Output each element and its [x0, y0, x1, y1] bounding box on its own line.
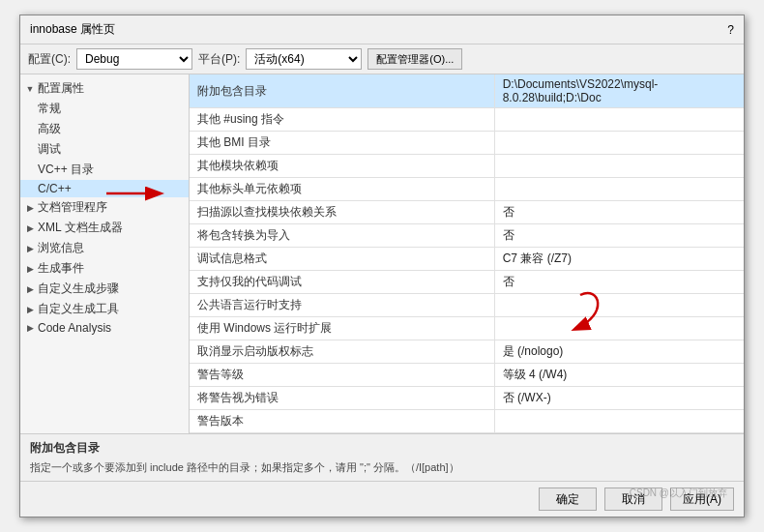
expand-arrow: ▶ — [24, 263, 36, 275]
dialog-title: innobase 属性页 — [30, 21, 115, 38]
tree-item-vcpp[interactable]: VC++ 目录 — [20, 160, 189, 180]
table-row[interactable]: 警告等级 等级 4 (/W4) — [190, 364, 744, 387]
table-row[interactable]: 其他 #using 指令 — [190, 108, 744, 132]
tree-config-props[interactable]: ▼ 配置属性 — [20, 78, 189, 99]
tree-section-label: 配置属性 — [38, 80, 84, 97]
prop-value — [494, 317, 744, 340]
prop-name: 取消显示启动版权标志 — [190, 340, 494, 364]
description-text: 指定一个或多个要添加到 include 路径中的目录；如果指定多个，请用 ";"… — [30, 459, 734, 476]
table-row[interactable]: 公共语言运行时支持 — [190, 294, 744, 317]
ok-button[interactable]: 确定 — [539, 488, 597, 511]
properties-panel: 附加包含目录 D:\Documents\VS2022\mysql-8.0.28\… — [190, 74, 744, 433]
prop-value — [494, 108, 744, 132]
description-panel: 附加包含目录 指定一个或多个要添加到 include 路径中的目录；如果指定多个… — [20, 433, 744, 482]
tree-item-label: 自定义生成工具 — [38, 301, 119, 317]
tree-item-label: C/C++ — [38, 182, 72, 195]
tree-item-label: 生成事件 — [38, 260, 84, 277]
table-row[interactable]: 其他 BMI 目录 — [190, 132, 744, 155]
tree-item-label: Code Analysis — [38, 321, 111, 335]
apply-button[interactable]: 应用(A) — [670, 488, 734, 511]
table-row[interactable]: 警告版本 — [190, 410, 744, 433]
prop-value: D:\Documents\VS2022\mysql-8.0.28\build;D… — [494, 74, 744, 108]
tree-item-label: VC++ 目录 — [38, 162, 94, 178]
help-button[interactable]: ? — [727, 23, 734, 37]
tree-item-cpp[interactable]: C/C++ — [20, 180, 189, 197]
tree-item-label: 自定义生成步骤 — [38, 281, 119, 297]
tree-item-label: 高级 — [38, 121, 61, 137]
prop-name: 公共语言运行时支持 — [190, 294, 494, 317]
prop-name: 使用 Windows 运行时扩展 — [190, 317, 494, 340]
tree-item-browser[interactable]: ▶ 浏览信息 — [20, 238, 189, 258]
prop-name: 附加包含目录 — [190, 74, 494, 108]
tree-item-advanced[interactable]: 高级 — [20, 119, 189, 139]
prop-value: 等级 4 (/W4) — [494, 364, 744, 387]
table-row[interactable]: 调试信息格式 C7 兼容 (/Z7) — [190, 248, 744, 271]
prop-value — [494, 294, 744, 317]
expand-arrow: ▶ — [24, 222, 36, 234]
prop-value — [494, 155, 744, 178]
tree-item-label: 调试 — [38, 141, 61, 158]
prop-value — [494, 132, 744, 155]
left-tree: ▼ 配置属性 常规 高级 调试 VC++ 目录 C/C++ — [20, 74, 190, 433]
prop-value: 否 — [494, 271, 744, 294]
table-row[interactable]: 取消显示启动版权标志 是 (/nologo) — [190, 340, 744, 364]
platform-label: 平台(P): — [198, 51, 240, 68]
prop-name: 将包含转换为导入 — [190, 224, 494, 248]
expand-arrow: ▶ — [24, 283, 36, 295]
prop-value: C7 兼容 (/Z7) — [494, 248, 744, 271]
description-title: 附加包含目录 — [30, 440, 734, 457]
table-row[interactable]: 其他标头单元依赖项 — [190, 178, 744, 201]
tree-item-label: 常规 — [38, 101, 61, 117]
tree-item-custom-build[interactable]: ▶ 自定义生成步骤 — [20, 279, 189, 299]
table-row[interactable]: 其他模块依赖项 — [190, 155, 744, 178]
properties-table: 附加包含目录 D:\Documents\VS2022\mysql-8.0.28\… — [190, 74, 744, 433]
prop-value: 否 — [494, 224, 744, 248]
prop-value: 是 (/nologo) — [494, 340, 744, 364]
prop-value — [494, 410, 744, 433]
table-row[interactable]: 附加包含目录 D:\Documents\VS2022\mysql-8.0.28\… — [190, 74, 744, 108]
prop-value: 否 — [494, 201, 744, 224]
table-row[interactable]: 扫描源以查找模块依赖关系 否 — [190, 201, 744, 224]
prop-value — [494, 178, 744, 201]
tree-item-doc-mgr[interactable]: ▶ 文档管理程序 — [20, 197, 189, 218]
table-row[interactable]: 将警告视为错误 否 (/WX-) — [190, 387, 744, 410]
tree-item-label: 浏览信息 — [38, 240, 84, 256]
prop-value: 否 (/WX-) — [494, 387, 744, 410]
table-row[interactable]: 将包含转换为导入 否 — [190, 224, 744, 248]
manager-button[interactable]: 配置管理器(O)... — [367, 48, 462, 70]
prop-name: 警告等级 — [190, 364, 494, 387]
platform-select[interactable]: 活动(x64) — [246, 48, 362, 70]
prop-name: 其他模块依赖项 — [190, 155, 494, 178]
tree-item-debug[interactable]: 调试 — [20, 139, 189, 160]
footer-buttons: 确定 取消 应用(A) — [20, 481, 744, 517]
expand-arrow: ▶ — [24, 322, 36, 334]
tree-item-label: XML 文档生成器 — [38, 220, 123, 236]
expand-arrow: ▶ — [24, 304, 36, 315]
prop-name: 警告版本 — [190, 410, 494, 433]
tree-item-build-events[interactable]: ▶ 生成事件 — [20, 258, 189, 279]
tree-item-xml-gen[interactable]: ▶ XML 文档生成器 — [20, 218, 189, 238]
tree-item-custom-tools[interactable]: ▶ 自定义生成工具 — [20, 299, 189, 319]
prop-name: 支持仅我的代码调试 — [190, 271, 494, 294]
table-row[interactable]: 支持仅我的代码调试 否 — [190, 271, 744, 294]
expand-arrow: ▶ — [24, 243, 36, 254]
config-label: 配置(C): — [28, 51, 71, 68]
tree-item-code-analysis[interactable]: ▶ Code Analysis — [20, 319, 189, 337]
prop-name: 其他标头单元依赖项 — [190, 178, 494, 201]
prop-name: 其他 BMI 目录 — [190, 132, 494, 155]
prop-name: 扫描源以查找模块依赖关系 — [190, 201, 494, 224]
tree-item-label: 文档管理程序 — [38, 199, 107, 216]
prop-name: 将警告视为错误 — [190, 387, 494, 410]
expand-arrow: ▼ — [24, 83, 36, 95]
prop-name: 其他 #using 指令 — [190, 108, 494, 132]
tree-item-general[interactable]: 常规 — [20, 99, 189, 119]
config-select[interactable]: Debug — [76, 48, 192, 70]
prop-name: 调试信息格式 — [190, 248, 494, 271]
expand-arrow: ▶ — [24, 202, 36, 214]
cancel-button[interactable]: 取消 — [604, 488, 662, 511]
table-row[interactable]: 使用 Windows 运行时扩展 — [190, 317, 744, 340]
